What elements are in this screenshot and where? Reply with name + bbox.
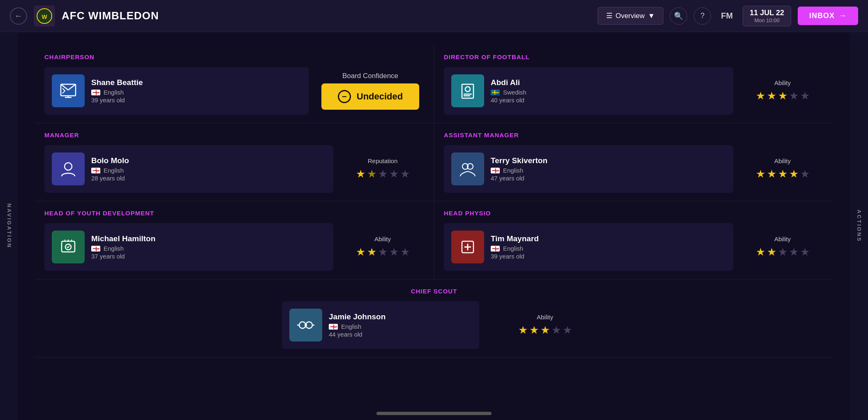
assistant-info: Terry Skiverton 🏴󠁧󠁢󠁥󠁮󠁧󠁿 English 47 years… xyxy=(491,156,726,182)
assistant-section: ASSISTANT MANAGER Terry Skiverton xyxy=(434,123,833,201)
overview-button[interactable]: ☰ Overview ▼ xyxy=(598,7,664,25)
physio-nationality: 🏴󠁧󠁢󠁥󠁮󠁧󠁿 English xyxy=(491,245,726,252)
inbox-button[interactable]: INBOX → xyxy=(798,7,858,25)
actions-label: ACTIONS xyxy=(850,32,868,420)
chevron-down-icon: ▼ xyxy=(648,12,655,20)
star-2: ★ xyxy=(767,246,776,258)
manager-stars: ★ ★ ★ ★ ★ xyxy=(356,168,410,180)
youth-rating: Ability ★ ★ ★ ★ ★ xyxy=(342,235,424,258)
chairperson-avatar xyxy=(52,74,85,107)
manager-nationality: 🏴󠁧󠁢󠁥󠁮󠁧󠁿 English xyxy=(91,167,326,174)
scout-info: Jamie Johnson 🏴󠁧󠁢󠁥󠁮󠁧󠁿 English 44 years o… xyxy=(329,312,472,338)
chairperson-section: CHAIRPERSON xyxy=(35,45,434,123)
star-4: ★ xyxy=(789,246,799,258)
youth-row: Michael Hamilton 🏴󠁧󠁢󠁥󠁮󠁧󠁿 English 37 year… xyxy=(44,223,424,271)
scout-flag: 🏴󠁧󠁢󠁥󠁮󠁧󠁿 xyxy=(329,324,338,330)
assistant-flag: 🏴󠁧󠁢󠁥󠁮󠁧󠁿 xyxy=(491,168,500,173)
director-section: DIRECTOR OF FOOTBALL Abdi Ali xyxy=(434,45,833,123)
assistant-rating: Ability ★ ★ ★ ★ ★ xyxy=(741,157,824,180)
help-icon: ? xyxy=(700,12,704,20)
youth-title: HEAD OF YOUTH DEVELOPMENT xyxy=(44,210,424,217)
star-4: ★ xyxy=(389,246,399,258)
director-name: Abdi Ali xyxy=(491,78,726,87)
help-button[interactable]: ? xyxy=(694,7,711,25)
star-4: ★ xyxy=(789,168,799,180)
physio-stars: ★ ★ ★ ★ ★ xyxy=(756,246,810,258)
star-3: ★ xyxy=(540,324,550,337)
confidence-badge: − Undecided xyxy=(321,83,419,110)
director-age: 40 years old xyxy=(491,97,726,104)
club-name: AFC WIMBLEDON xyxy=(62,9,159,22)
assistant-stars: ★ ★ ★ ★ ★ xyxy=(756,168,810,180)
date-value: 11 JUL 22 xyxy=(750,9,784,17)
main-layout: NAVIGATION CHAIRPERSON xyxy=(0,32,868,420)
content-area[interactable]: CHAIRPERSON xyxy=(18,32,850,420)
assistant-age: 47 years old xyxy=(491,175,726,182)
scroll-indicator xyxy=(376,412,492,415)
star-5: ★ xyxy=(400,246,410,258)
staff-grid: CHAIRPERSON xyxy=(35,45,833,358)
physio-avatar xyxy=(451,231,484,263)
director-avatar xyxy=(451,74,484,107)
back-button[interactable]: ← xyxy=(10,7,27,25)
scout-age: 44 years old xyxy=(329,331,472,338)
physio-row: Tim Maynard 🏴󠁧󠁢󠁥󠁮󠁧󠁿 English 39 years old… xyxy=(444,223,824,271)
youth-info: Michael Hamilton 🏴󠁧󠁢󠁥󠁮󠁧󠁿 English 37 year… xyxy=(91,234,326,260)
youth-nationality: 🏴󠁧󠁢󠁥󠁮󠁧󠁿 English xyxy=(91,245,326,252)
manager-card[interactable]: Bolo Molo 🏴󠁧󠁢󠁥󠁮󠁧󠁿 English 28 years old xyxy=(44,145,333,193)
club-logo: W xyxy=(34,5,55,27)
svg-rect-24 xyxy=(305,324,307,326)
manager-age: 28 years old xyxy=(91,175,326,182)
star-3: ★ xyxy=(378,168,388,180)
director-rating: Ability ★ ★ ★ ★ ★ xyxy=(741,79,824,102)
youth-name: Michael Hamilton xyxy=(91,234,326,243)
undecided-icon: − xyxy=(338,90,351,103)
time-value: Mon 10:00 xyxy=(750,17,784,23)
assistant-nationality: 🏴󠁧󠁢󠁥󠁮󠁧󠁿 English xyxy=(491,167,726,174)
star-5: ★ xyxy=(800,246,810,258)
youth-stars: ★ ★ ★ ★ ★ xyxy=(356,246,410,258)
manager-name: Bolo Molo xyxy=(91,156,326,165)
star-2: ★ xyxy=(367,168,376,180)
physio-section: HEAD PHYSIO Tim Maynard xyxy=(434,201,833,279)
star-5: ★ xyxy=(800,90,810,102)
star-2: ★ xyxy=(529,324,539,337)
star-2: ★ xyxy=(367,246,376,258)
physio-card[interactable]: Tim Maynard 🏴󠁧󠁢󠁥󠁮󠁧󠁿 English 39 years old xyxy=(444,223,733,271)
scout-card[interactable]: Jamie Johnson 🏴󠁧󠁢󠁥󠁮󠁧󠁿 English 44 years o… xyxy=(282,301,479,349)
manager-avatar xyxy=(52,152,85,185)
chairperson-card[interactable]: Shane Beattie 🏴󠁧󠁢󠁥󠁮󠁧󠁿 English 39 years o… xyxy=(44,67,309,115)
search-button[interactable]: 🔍 xyxy=(670,7,687,25)
assistant-row: Terry Skiverton 🏴󠁧󠁢󠁥󠁮󠁧󠁿 English 47 years… xyxy=(444,145,824,193)
navigation-label: NAVIGATION xyxy=(0,32,18,420)
manager-section: MANAGER Bolo Molo 🏴󠁧󠁢󠁥󠁮󠁧󠁿 xyxy=(35,123,434,201)
star-2: ★ xyxy=(767,90,776,102)
director-card[interactable]: Abdi Ali 🇸🇪 Swedish 40 years old xyxy=(444,67,733,115)
star-1: ★ xyxy=(518,324,528,337)
chairperson-row: Shane Beattie 🏴󠁧󠁢󠁥󠁮󠁧󠁿 English 39 years o… xyxy=(44,67,424,115)
chairperson-info: Shane Beattie 🏴󠁧󠁢󠁥󠁮󠁧󠁿 English 39 years o… xyxy=(91,78,301,104)
director-stars: ★ ★ ★ ★ ★ xyxy=(756,90,810,102)
assistant-avatar xyxy=(451,152,484,185)
star-2: ★ xyxy=(767,168,776,180)
assistant-card[interactable]: Terry Skiverton 🏴󠁧󠁢󠁥󠁮󠁧󠁿 English 47 years… xyxy=(444,145,733,193)
star-1: ★ xyxy=(756,168,765,180)
star-1: ★ xyxy=(356,246,365,258)
youth-card[interactable]: Michael Hamilton 🏴󠁧󠁢󠁥󠁮󠁧󠁿 English 37 year… xyxy=(44,223,333,271)
board-confidence-block: Board Confidence − Undecided xyxy=(317,72,424,110)
scout-name: Jamie Johnson xyxy=(329,312,472,321)
scout-title: CHIEF SCOUT xyxy=(44,288,824,295)
star-3: ★ xyxy=(778,168,787,180)
scout-rating: Ability ★ ★ ★ ★ ★ xyxy=(504,314,586,337)
star-3: ★ xyxy=(378,246,388,258)
inbox-arrow-icon: → xyxy=(839,12,847,20)
physio-title: HEAD PHYSIO xyxy=(444,210,824,217)
youth-avatar xyxy=(52,231,85,263)
chairperson-age: 39 years old xyxy=(91,97,301,104)
star-1: ★ xyxy=(756,246,765,258)
topbar: ← W AFC WIMBLEDON ☰ Overview ▼ 🔍 ? FM 11… xyxy=(0,0,868,32)
star-1: ★ xyxy=(356,168,365,180)
menu-icon: ☰ xyxy=(606,12,612,20)
star-4: ★ xyxy=(552,324,561,337)
physio-flag: 🏴󠁧󠁢󠁥󠁮󠁧󠁿 xyxy=(491,246,500,252)
